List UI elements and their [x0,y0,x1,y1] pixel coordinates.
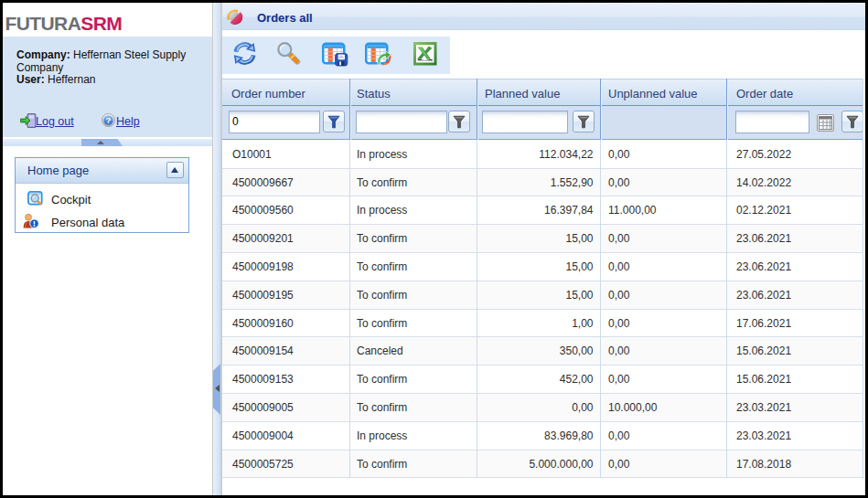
svg-text:?: ? [106,115,112,125]
